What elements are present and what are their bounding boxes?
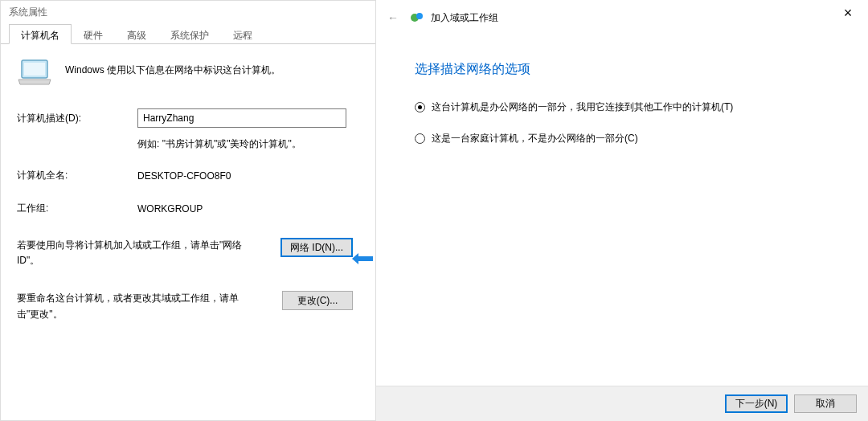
radio-input-icon — [415, 102, 425, 112]
radio-home-label: 这是一台家庭计算机，不是办公网络的一部分(C) — [432, 132, 638, 145]
annotation-arrow-icon — [350, 251, 375, 266]
radio-home-computer[interactable]: 这是一台家庭计算机，不是办公网络的一部分(C) — [415, 132, 836, 145]
workgroup-value: WORKGROUP — [137, 203, 203, 215]
intro-text: Windows 使用以下信息在网络中标识这台计算机。 — [65, 59, 280, 77]
dialog-title: 系统属性 — [1, 1, 375, 23]
tab-panel: Windows 使用以下信息在网络中标识这台计算机。 计算机描述(D): 例如:… — [1, 44, 375, 337]
change-text: 要重命名这台计算机，或者更改其域或工作组，请单击"更改"。 — [17, 291, 250, 321]
change-button[interactable]: 更改(C)... — [282, 291, 353, 310]
full-name-value: DESKTOP-CFOO8F0 — [137, 170, 231, 182]
wizard-heading: 选择描述网络的选项 — [415, 61, 836, 78]
radio-office-label: 这台计算机是办公网络的一部分，我用它连接到其他工作中的计算机(T) — [432, 100, 733, 114]
network-id-text: 若要使用向导将计算机加入域或工作组，请单击"网络ID"。 — [17, 238, 250, 268]
close-button[interactable]: × — [836, 5, 860, 22]
svg-point-3 — [416, 13, 423, 19]
wizard-title: 加入域或工作组 — [431, 11, 498, 25]
computer-desc-hint: 例如: "书房计算机"或"美玲的计算机"。 — [137, 137, 359, 151]
next-button[interactable]: 下一步(N) — [725, 394, 788, 413]
system-properties-dialog: 系统属性 计算机名 硬件 高级 系统保护 远程 Windows 使用以下信息在网… — [0, 0, 376, 421]
tab-advanced[interactable]: 高级 — [115, 24, 158, 44]
wizard-button-bar: 下一步(N) 取消 — [376, 386, 868, 421]
network-globe-icon — [410, 10, 424, 25]
radio-office-network[interactable]: 这台计算机是办公网络的一部分，我用它连接到其他工作中的计算机(T) — [415, 100, 836, 114]
tab-hardware[interactable]: 硬件 — [72, 24, 115, 44]
computer-desc-label: 计算机描述(D): — [17, 112, 137, 125]
tab-remote[interactable]: 远程 — [221, 24, 264, 44]
join-domain-wizard: ← 加入域或工作组 × 选择描述网络的选项 这台计算机是办公网络的一部分，我用它… — [376, 0, 868, 421]
computer-desc-input[interactable] — [137, 108, 346, 128]
full-name-label: 计算机全名: — [17, 169, 137, 182]
workgroup-label: 工作组: — [17, 202, 137, 215]
laptop-icon — [17, 59, 52, 86]
radio-input-icon — [415, 133, 425, 144]
tab-strip: 计算机名 硬件 高级 系统保护 远程 — [1, 23, 375, 44]
svg-rect-1 — [24, 63, 45, 76]
back-button[interactable]: ← — [387, 11, 399, 24]
tab-computer-name[interactable]: 计算机名 — [9, 24, 72, 44]
cancel-button[interactable]: 取消 — [794, 394, 857, 413]
tab-system-protection[interactable]: 系统保护 — [158, 24, 221, 44]
network-id-button[interactable]: 网络 ID(N)... — [280, 238, 353, 257]
